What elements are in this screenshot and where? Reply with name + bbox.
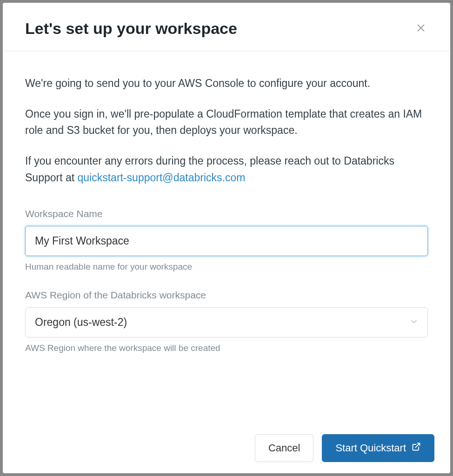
close-icon <box>416 23 426 34</box>
aws-region-select-wrap: Oregon (us-west-2) <box>25 307 428 337</box>
workspace-name-group: Workspace Name Human readable name for y… <box>25 208 428 272</box>
start-quickstart-label: Start Quickstart <box>335 442 406 454</box>
cancel-button-label: Cancel <box>268 442 300 454</box>
aws-region-group: AWS Region of the Databricks workspace O… <box>25 290 428 353</box>
close-button[interactable] <box>414 21 428 36</box>
cancel-button[interactable]: Cancel <box>255 434 313 462</box>
setup-workspace-modal: Let's set up your workspace We're going … <box>3 3 450 473</box>
aws-region-select[interactable]: Oregon (us-west-2) <box>25 307 428 337</box>
workspace-name-label: Workspace Name <box>25 208 428 219</box>
external-link-icon <box>412 442 421 454</box>
modal-header: Let's set up your workspace <box>3 3 450 51</box>
intro-paragraph-3: If you encounter any errors during the p… <box>25 153 428 186</box>
start-quickstart-button[interactable]: Start Quickstart <box>322 434 434 462</box>
workspace-name-help: Human readable name for your workspace <box>25 262 428 272</box>
aws-region-label: AWS Region of the Databricks workspace <box>25 290 428 301</box>
support-email-link[interactable]: quickstart-support@databricks.com <box>78 172 246 184</box>
modal-title: Let's set up your workspace <box>25 20 237 38</box>
svg-line-2 <box>415 443 420 448</box>
workspace-name-input[interactable] <box>25 226 428 256</box>
aws-region-help: AWS Region where the workspace will be c… <box>25 343 428 353</box>
intro-text: We're going to send you to your AWS Cons… <box>25 75 428 186</box>
intro-paragraph-1: We're going to send you to your AWS Cons… <box>25 75 428 92</box>
modal-body: We're going to send you to your AWS Cons… <box>3 51 450 427</box>
intro-paragraph-2: Once you sign in, we'll pre-populate a C… <box>25 106 428 139</box>
modal-footer: Cancel Start Quickstart <box>3 427 450 473</box>
